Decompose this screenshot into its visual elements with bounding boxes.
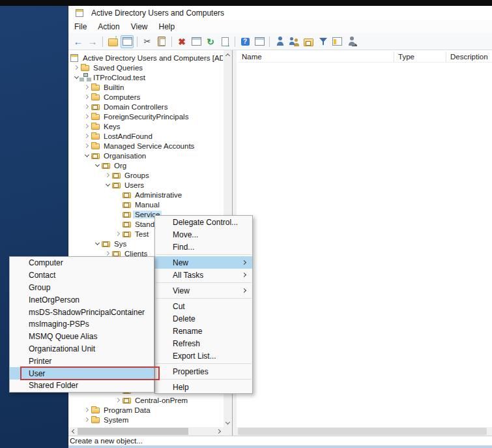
tree-item-label: Saved Queries	[91, 64, 145, 72]
menu-action[interactable]: Action	[93, 21, 124, 33]
menu-item-cut[interactable]: Cut	[155, 300, 252, 312]
menu-item-delete[interactable]: Delete	[155, 312, 252, 325]
menu-item-msmq-queue-alias[interactable]: MSMQ Queue Alias	[10, 331, 154, 343]
expander-collapsed-icon[interactable]	[83, 123, 91, 130]
menu-item-printer[interactable]: Printer	[10, 355, 154, 367]
new-user-button[interactable]	[273, 35, 286, 48]
expander-collapsed-icon[interactable]	[83, 103, 91, 111]
delete-button[interactable]	[175, 35, 188, 48]
tree-item-itprocloud-test[interactable]: ITProCloud.test	[68, 72, 223, 82]
paste-button[interactable]	[155, 35, 168, 48]
column-header-name[interactable]: Name	[238, 52, 394, 62]
menu-item-computer[interactable]: Computer	[10, 257, 154, 269]
tree-item-system[interactable]: System	[68, 415, 223, 425]
scroll-up-icon[interactable]	[224, 50, 232, 59]
tree-item-program-data[interactable]: Program Data	[68, 405, 223, 415]
expander-collapsed-icon[interactable]	[83, 83, 91, 91]
console-tree-button[interactable]	[121, 35, 134, 48]
list-horizontal-scroll-thumb[interactable]	[238, 428, 487, 435]
refresh-button[interactable]	[204, 35, 217, 48]
tree-item-central-onprem[interactable]: Central-onPrem	[68, 395, 223, 405]
scroll-left-icon[interactable]	[68, 427, 77, 436]
expander-collapsed-icon[interactable]	[83, 142, 91, 150]
tree-item-saved-queries[interactable]: Saved Queries	[68, 63, 223, 72]
view-options-button[interactable]	[330, 35, 343, 48]
expander-expanded-icon[interactable]	[83, 152, 91, 160]
expander-expanded-icon[interactable]	[93, 162, 101, 170]
horizontal-scroll-thumb[interactable]	[78, 428, 188, 435]
properties-window-button[interactable]	[253, 35, 266, 48]
menu-item-find[interactable]: Find...	[155, 241, 252, 253]
menu-item-move[interactable]: Move...	[155, 228, 252, 241]
scroll-right-icon[interactable]	[215, 427, 224, 436]
tree-item-users[interactable]: Users	[68, 180, 223, 190]
menu-view[interactable]: View	[126, 21, 153, 33]
scroll-down-icon[interactable]	[224, 419, 232, 427]
forward-button[interactable]	[86, 35, 99, 48]
menu-item-shared-folder[interactable]: Shared Folder	[10, 380, 154, 392]
menu-item-properties[interactable]: Properties	[155, 365, 252, 378]
expander-collapsed-icon[interactable]	[83, 132, 91, 140]
export-list-button[interactable]	[218, 35, 231, 48]
tree-item-keys[interactable]: Keys	[68, 121, 223, 131]
menu-item-organizational-unit[interactable]: Organizational Unit	[10, 343, 154, 355]
column-header-description[interactable]: Description	[446, 52, 492, 62]
expander-collapsed-icon[interactable]	[83, 406, 91, 414]
menu-item-delegate-control[interactable]: Delegate Control...	[155, 216, 252, 228]
tree-item-domain-controllers[interactable]: Domain Controllers	[68, 102, 223, 112]
expander-collapsed-icon[interactable]	[114, 396, 122, 404]
new-user-icon	[274, 36, 285, 47]
menu-item-refresh[interactable]: Refresh	[155, 337, 252, 350]
tree-item-builtin[interactable]: Builtin	[68, 82, 223, 92]
expander-collapsed-icon[interactable]	[83, 113, 91, 121]
tree-item-computers[interactable]: Computers	[68, 92, 223, 102]
up-level-button[interactable]	[106, 35, 119, 48]
filter-button[interactable]	[316, 35, 329, 48]
tree-horizontal-scrollbar[interactable]	[68, 427, 224, 436]
expander-collapsed-icon[interactable]	[104, 172, 111, 179]
tree-item-managed-service-accounts[interactable]: Managed Service Accounts	[68, 141, 223, 151]
tree-item-manual[interactable]: Manual	[68, 200, 223, 209]
back-button[interactable]	[72, 35, 85, 48]
menu-item-contact[interactable]: Contact	[10, 269, 154, 282]
menu-item-view[interactable]: View	[155, 284, 252, 297]
console-window-icon[interactable]	[75, 8, 85, 18]
menu-item-msds-shadowprincipalcontainer[interactable]: msDS-ShadowPrincipalContainer	[10, 306, 154, 318]
menu-item-msimaging-psps[interactable]: msImaging-PSPs	[10, 318, 154, 331]
menu-item-new[interactable]: New	[155, 256, 252, 269]
help-button[interactable]	[239, 35, 252, 48]
tree-item-org[interactable]: Org	[68, 160, 223, 170]
expander-expanded-icon[interactable]	[93, 240, 101, 248]
tree-item-active-directory-users-and-computers-ads01-itp[interactable]: Active Directory Users and Computers [AD…	[68, 53, 223, 63]
expander-collapsed-icon[interactable]	[83, 416, 91, 424]
tree-item-administrative[interactable]: Administrative	[68, 190, 223, 200]
menu-item-inetorgperson[interactable]: InetOrgPerson	[10, 293, 154, 306]
menu-item-rename[interactable]: Rename	[155, 325, 252, 337]
expander-collapsed-icon[interactable]	[83, 93, 91, 101]
menu-help[interactable]: Help	[154, 21, 181, 33]
new-group-button[interactable]	[287, 35, 300, 48]
toolbar-separator	[269, 37, 270, 47]
tree-item-organisation[interactable]: Organisation	[68, 151, 223, 160]
menu-item-user[interactable]: User	[10, 367, 154, 380]
menu-file[interactable]: File	[69, 21, 92, 33]
expander-expanded-icon[interactable]	[72, 74, 80, 82]
ou-icon	[122, 230, 132, 238]
find-user-button[interactable]	[345, 35, 358, 48]
cut-button[interactable]	[141, 35, 154, 48]
menu-item-label: MSMQ Queue Alias	[29, 332, 97, 341]
tree-item-foreignsecurityprincipals[interactable]: ForeignSecurityPrincipals	[68, 112, 223, 121]
menu-item-all-tasks[interactable]: All Tasks	[155, 269, 252, 281]
list-horizontal-scrollbar[interactable]	[237, 427, 492, 436]
new-ou-button[interactable]	[302, 35, 315, 48]
menu-item-group[interactable]: Group	[10, 282, 154, 294]
expander-collapsed-icon[interactable]	[72, 64, 80, 72]
expander-collapsed-icon[interactable]	[114, 230, 122, 238]
properties-button[interactable]	[190, 35, 203, 48]
tree-item-groups[interactable]: Groups	[68, 170, 223, 180]
tree-item-lostandfound[interactable]: LostAndFound	[68, 131, 223, 141]
menu-item-export-list[interactable]: Export List...	[155, 350, 252, 362]
column-header-type[interactable]: Type	[394, 52, 446, 62]
expander-expanded-icon[interactable]	[104, 181, 111, 189]
menu-item-help[interactable]: Help	[155, 381, 252, 393]
